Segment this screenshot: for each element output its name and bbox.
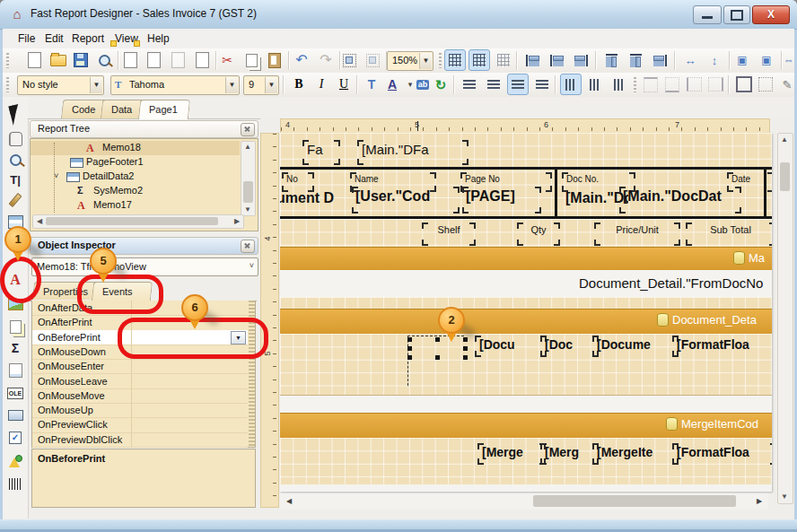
column-labels-area[interactable]: ShelfQtyPrice/UnitSub Total	[280, 219, 772, 247]
rotate-text-button[interactable]: ↻	[430, 74, 451, 95]
font-color-button[interactable]: T	[361, 74, 382, 95]
tree-scroll-left-icon[interactable]: ◀	[34, 217, 45, 226]
grid-strip[interactable]	[280, 297, 772, 309]
all-frames-button[interactable]	[733, 74, 755, 95]
design-scroll-right-icon[interactable]: ▶	[754, 497, 765, 506]
selection-handle[interactable]	[463, 337, 468, 342]
vertical-align-center-button[interactable]	[584, 74, 606, 95]
object-inspector-close-icon[interactable]	[241, 240, 255, 253]
system-text-object-button[interactable]: Σ	[4, 337, 26, 359]
event-row-onmouseleave[interactable]: OnMouseLeave	[32, 374, 248, 389]
delete-page-button[interactable]	[167, 49, 188, 71]
design-hscroll-thumb[interactable]	[533, 495, 736, 507]
frame-left-button[interactable]	[683, 74, 705, 95]
font-size-combo[interactable]: 9▼	[243, 75, 279, 95]
same-width-button[interactable]: ⇔	[778, 49, 797, 71]
selection-handle[interactable]	[435, 337, 440, 342]
merge-band-area[interactable]: [Merge[Merg[MergeIte[FormatFloa	[280, 438, 772, 485]
show-grid-button[interactable]	[444, 49, 466, 71]
tree-scroll-up-icon[interactable]: ▲	[242, 143, 253, 152]
text-edit-tool-button[interactable]: T|	[4, 169, 26, 190]
selection-handle[interactable]	[435, 355, 440, 360]
tree-vscrollbar[interactable]: ▲ ▼	[241, 141, 256, 216]
space-horizontally-button[interactable]: ↔	[679, 49, 701, 71]
select-tool-button[interactable]	[4, 104, 26, 126]
center-horizontally-button[interactable]: ▣	[731, 49, 753, 71]
memo-field[interactable]: [Docu	[475, 336, 547, 357]
tree-item-sysmemo2[interactable]: ΣSysMemo2	[31, 184, 240, 198]
align-tops-button[interactable]	[600, 49, 622, 71]
text-align-center-button[interactable]	[483, 74, 504, 95]
font-combo[interactable]: TTahoma▼	[110, 75, 240, 95]
page-settings-button[interactable]	[191, 49, 213, 71]
tree-item-detaildata2[interactable]: ˅DetailData2	[31, 170, 240, 184]
band-header-merge[interactable]: MergeItemCod	[280, 413, 772, 440]
memo-field[interactable]: [Main."DocDat	[619, 187, 741, 214]
format-copy-tool-button[interactable]	[4, 189, 26, 211]
text-align-right-button[interactable]	[507, 74, 529, 95]
ungroup-button[interactable]	[362, 49, 383, 71]
design-scroll-up-icon[interactable]: ▲	[779, 135, 790, 144]
frame-right-button[interactable]	[705, 74, 726, 95]
vertical-align-top-button[interactable]	[560, 74, 582, 95]
inspector-scroll-strip[interactable]	[249, 301, 255, 447]
preview-button[interactable]	[93, 49, 115, 71]
memo-label[interactable]: Price/Unit	[594, 222, 680, 246]
space-vertically-button[interactable]: ↕	[704, 49, 725, 71]
selection-handle[interactable]	[463, 355, 468, 360]
bold-button[interactable]: B	[288, 74, 310, 95]
text-object-button[interactable]: A	[4, 269, 26, 291]
new-report-button[interactable]	[23, 49, 45, 71]
memo-object[interactable]: [Main."DFa	[357, 140, 469, 165]
design-scroll-left-icon[interactable]: ◀	[284, 497, 294, 506]
tree-scroll-right-icon[interactable]: ▶	[232, 217, 242, 226]
insert-band-button[interactable]	[4, 211, 26, 232]
text-align-left-button[interactable]	[459, 74, 480, 95]
close-button[interactable]: X	[752, 5, 790, 24]
italic-button[interactable]: I	[311, 74, 332, 95]
cut-button[interactable]: ✂	[216, 49, 238, 71]
selection-handle[interactable]	[407, 337, 412, 342]
design-vscroll-thumb[interactable]	[780, 162, 790, 191]
memo-label[interactable]: Sub Total	[686, 222, 772, 246]
frame-bottom-button[interactable]	[661, 74, 683, 95]
tab-page1[interactable]: Page1	[138, 100, 190, 119]
align-bottoms-button[interactable]	[649, 49, 670, 71]
zoom-dropdown-icon[interactable]: ▼	[419, 53, 432, 69]
center-vertically-button[interactable]: ▣	[756, 49, 777, 71]
align-to-grid-button[interactable]	[469, 49, 490, 71]
event-row-onafterdata[interactable]: OnAfterData	[32, 301, 248, 316]
events-tab[interactable]: Events	[92, 282, 153, 301]
redo-button[interactable]: ↷	[315, 49, 337, 71]
picture-object-button[interactable]	[4, 293, 26, 315]
font-size-dropdown-icon[interactable]: ▼	[265, 77, 277, 93]
tree-vscroll-thumb[interactable]	[243, 181, 253, 203]
band-header-detail[interactable]: Document_Deta	[280, 309, 772, 336]
menu-help[interactable]: Help	[139, 29, 178, 48]
zoom-combo[interactable]: 150%▼	[387, 51, 434, 71]
no-frames-button[interactable]	[755, 74, 776, 95]
frame-top-button[interactable]	[640, 74, 661, 95]
report-tree-header[interactable]: Report Tree	[30, 120, 258, 138]
tree-hscroll-thumb[interactable]	[46, 217, 218, 225]
memo-field[interactable]: [Merge	[477, 443, 546, 465]
event-row-onmouseenter[interactable]: OnMouseEnter	[32, 359, 248, 374]
ole-object-button[interactable]: OLE	[4, 382, 26, 404]
selection-handle[interactable]	[407, 346, 412, 351]
selection-handle[interactable]	[463, 346, 468, 351]
frame-style-button[interactable]: ✎	[776, 74, 797, 95]
style-combo[interactable]: No style▼	[17, 75, 104, 95]
memo-field[interactable]: [MergeIte	[592, 443, 679, 465]
maximize-button[interactable]	[723, 5, 750, 24]
checkbox-object-button[interactable]: ✓	[4, 427, 26, 449]
design-vscrollbar[interactable]: ▲ ▼	[777, 133, 793, 504]
paste-button[interactable]	[264, 49, 285, 71]
event-row-onmousemove[interactable]: OnMouseMove	[32, 388, 248, 404]
memo-label[interactable]: Qty	[517, 222, 560, 246]
event-row-onbeforeprint[interactable]: OnBeforePrint▼	[32, 330, 248, 345]
detail-band-area[interactable]: [Docu[Doc[Docume[FormatFloa	[280, 334, 772, 396]
hand-tool-button[interactable]	[4, 128, 26, 150]
chart-object-button[interactable]	[4, 450, 26, 472]
minimize-button[interactable]	[693, 5, 722, 24]
tree-hscrollbar[interactable]: ◀ ▶	[32, 214, 244, 229]
